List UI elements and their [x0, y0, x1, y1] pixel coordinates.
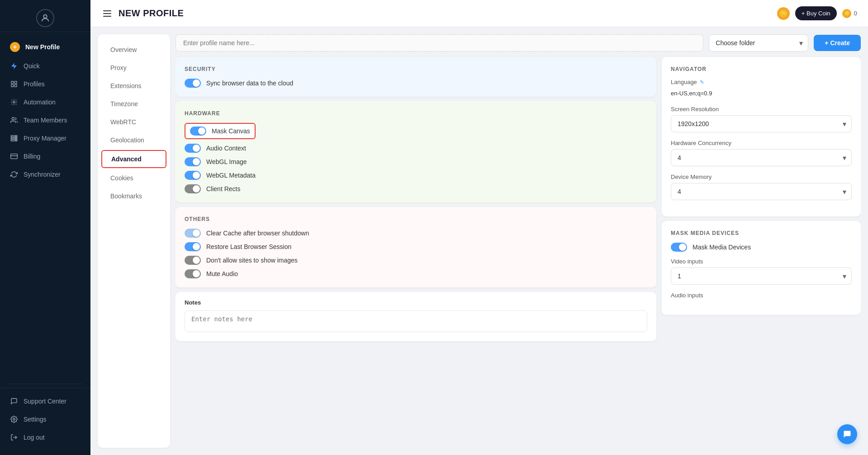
buy-coin-button[interactable]: + Buy Coin: [795, 6, 837, 20]
toggle-thumb: [193, 185, 200, 192]
profile-name-input[interactable]: [175, 34, 703, 52]
tab-cookies[interactable]: Cookies: [101, 170, 166, 186]
right-col: NAVIGATOR Language ✎ en-US,en;q=0.9 Scre…: [662, 57, 861, 448]
sidebar-item-label: Automation: [24, 99, 56, 106]
toggle-track[interactable]: [185, 229, 201, 238]
tab-bookmarks[interactable]: Bookmarks: [101, 188, 166, 204]
sidebar-item-label: New Profile: [25, 43, 60, 51]
hardware-toggle-3[interactable]: [185, 171, 201, 180]
profiles-icon: [10, 80, 18, 88]
sidebar-item-label: Team Members: [24, 117, 67, 124]
sidebar-item-label: Log out: [24, 434, 45, 441]
create-button[interactable]: + Create: [814, 35, 861, 51]
tab-extensions[interactable]: Extensions: [101, 78, 166, 94]
tab-webrtc[interactable]: WebRTC: [101, 114, 166, 130]
toggle-track[interactable]: [671, 243, 687, 252]
tab-overview[interactable]: Overview: [101, 42, 166, 58]
screen-resolution-label: Screen Resolution: [671, 106, 852, 113]
svg-point-13: [15, 140, 16, 141]
toggle-track[interactable]: [185, 171, 201, 180]
chat-fab-button[interactable]: [837, 424, 857, 444]
others-toggle-label-2: Don't allow sites to show images: [206, 257, 298, 264]
video-inputs-select[interactable]: 1: [671, 267, 852, 285]
toggle-track[interactable]: [185, 269, 201, 278]
hardware-toggle-label-0: Mask Canvas: [212, 127, 250, 135]
menu-button[interactable]: [101, 9, 113, 19]
hardware-toggle-4[interactable]: [185, 184, 201, 193]
sidebar-item-automation[interactable]: Automation: [3, 94, 88, 111]
hardware-toggle-label-2: WebGL Image: [206, 158, 247, 165]
toggle-thumb: [193, 257, 200, 264]
sidebar-item-logout[interactable]: Log out: [3, 429, 88, 446]
sidebar-item-label: Synchronizer: [24, 171, 61, 178]
toggle-thumb: [193, 243, 200, 250]
toggle-track[interactable]: [185, 256, 201, 265]
main-content: NEW PROFILE 🪙 + Buy Coin 🪙 0 Overview Pr…: [90, 0, 868, 455]
sidebar-item-team-members[interactable]: Team Members: [3, 112, 88, 129]
hardware-toggle-2[interactable]: [185, 157, 201, 166]
others-toggle-1[interactable]: [185, 242, 201, 251]
others-toggle-3[interactable]: [185, 269, 201, 278]
sidebar-item-synchronizer[interactable]: Synchronizer: [3, 166, 88, 183]
hardware-concurrency-select[interactable]: 4: [671, 149, 852, 166]
sidebar-item-quick[interactable]: Quick: [3, 57, 88, 75]
tab-proxy[interactable]: Proxy: [101, 60, 166, 76]
sidebar-item-billing[interactable]: Billing: [3, 148, 88, 165]
mask-media-toggle[interactable]: [671, 243, 687, 252]
video-inputs-group: Video inputs 1: [671, 258, 852, 285]
toggle-track[interactable]: [185, 184, 201, 193]
notes-section: Notes: [175, 292, 656, 341]
hardware-concurrency-select-wrapper: 4: [671, 149, 852, 166]
tab-geolocation[interactable]: Geolocation: [101, 132, 166, 148]
device-memory-group: Device Memory 4: [671, 174, 852, 200]
svg-point-16: [13, 418, 15, 420]
notes-input[interactable]: [185, 310, 647, 332]
avatar[interactable]: [36, 9, 54, 27]
svg-point-12: [15, 138, 16, 138]
others-title: OTHERS: [185, 216, 647, 222]
hardware-toggle-row-0: Mask Canvas: [185, 123, 256, 139]
sidebar-item-proxy-manager[interactable]: Proxy Manager: [3, 130, 88, 147]
tab-timezone[interactable]: Timezone: [101, 96, 166, 112]
settings-icon: [10, 415, 18, 423]
others-toggle-label-1: Restore Last Browser Session: [206, 243, 291, 250]
device-memory-select[interactable]: 4: [671, 183, 852, 200]
tab-advanced[interactable]: Advanced: [101, 150, 166, 168]
toggle-track[interactable]: [185, 79, 201, 88]
security-title: SECURITY: [185, 66, 647, 72]
sidebar-item-profiles[interactable]: Profiles: [3, 75, 88, 93]
hardware-toggle-row-3: WebGL Metadata: [185, 171, 647, 180]
others-toggle-2[interactable]: [185, 256, 201, 265]
sidebar-nav: + New Profile Quick Profiles Automation: [0, 32, 90, 380]
top-bar: Choose folder + Create: [175, 34, 861, 52]
toggle-thumb: [198, 127, 205, 135]
toggle-track[interactable]: [190, 127, 206, 136]
mask-media-title: MASK MEDIA DEVICES: [671, 230, 852, 236]
audio-inputs-group: Audio inputs: [671, 292, 852, 299]
toggle-track[interactable]: [185, 144, 201, 153]
language-edit-icon[interactable]: ✎: [700, 79, 704, 85]
sidebar-item-settings[interactable]: Settings: [3, 411, 88, 428]
hardware-toggle-label-4: Client Rects: [206, 185, 240, 192]
language-group: Language ✎ en-US,en;q=0.9: [671, 79, 852, 99]
hardware-toggle-1[interactable]: [185, 144, 201, 153]
quick-icon: [10, 62, 18, 70]
sidebar-item-label: Profiles: [24, 80, 45, 88]
security-toggle-0[interactable]: [185, 79, 201, 88]
toggle-thumb: [193, 270, 200, 277]
toggle-track[interactable]: [185, 242, 201, 251]
sidebar-item-new-profile[interactable]: + New Profile: [3, 38, 88, 56]
svg-rect-2: [11, 81, 14, 84]
others-toggle-label-3: Mute Audio: [206, 270, 238, 277]
toggle-track[interactable]: [185, 157, 201, 166]
header: NEW PROFILE 🪙 + Buy Coin 🪙 0: [90, 0, 868, 27]
others-toggle-0[interactable]: [185, 229, 201, 238]
folder-select[interactable]: Choose folder: [709, 34, 808, 52]
screen-resolution-select[interactable]: 1920x1200: [671, 115, 852, 132]
folder-select-wrapper: Choose folder: [709, 34, 808, 52]
svg-point-7: [12, 117, 14, 120]
hardware-toggle-0[interactable]: [190, 127, 206, 136]
navigator-panel: NAVIGATOR Language ✎ en-US,en;q=0.9 Scre…: [662, 57, 861, 216]
mask-media-toggle-row: Mask Media Devices: [671, 243, 852, 252]
sidebar-item-support-center[interactable]: Support Center: [3, 393, 88, 410]
